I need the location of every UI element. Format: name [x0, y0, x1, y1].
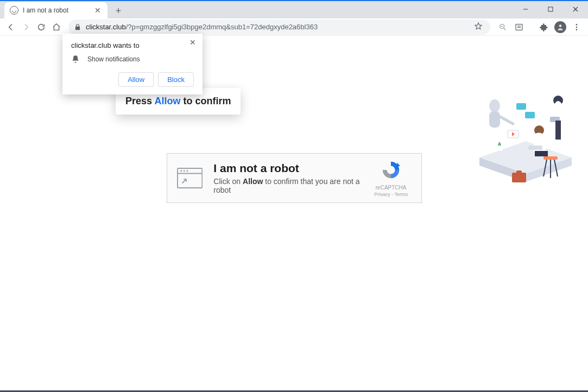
tooltip-text-post: to confirm	[180, 96, 231, 106]
reader-icon[interactable]	[511, 19, 527, 35]
reload-button[interactable]	[34, 20, 49, 35]
close-tab-icon[interactable]: ✕	[93, 6, 102, 15]
svg-line-22	[500, 117, 513, 124]
svg-rect-7	[516, 24, 522, 30]
tooltip-text-pre: Press	[125, 96, 154, 106]
svg-rect-31	[535, 151, 548, 156]
new-tab-button[interactable]: +	[111, 3, 126, 18]
close-prompt-icon[interactable]: ✕	[187, 37, 198, 48]
prompt-permission-label: Show notifications	[87, 55, 140, 63]
forward-button[interactable]	[18, 20, 34, 35]
svg-rect-25	[555, 121, 561, 140]
captcha-subtext: Click on Allow to confirm that you are n…	[213, 177, 370, 194]
recaptcha-badge: reCAPTCHA Privacy - Terms	[370, 160, 412, 197]
svg-rect-32	[528, 146, 542, 150]
fake-captcha-box: I am not a robot Click on Allow to confi…	[167, 153, 422, 203]
svg-point-11	[576, 24, 578, 26]
url-text: clickstar.club/?p=gmzggzlfgi5gi3bpge2dmm…	[86, 23, 318, 31]
address-bar[interactable]: clickstar.club/?p=gmzggzlfgi5gi3bpge2dmm…	[68, 20, 490, 35]
svg-point-12	[576, 26, 578, 28]
svg-rect-37	[497, 146, 502, 151]
window-controls	[513, 1, 588, 17]
svg-rect-21	[489, 111, 500, 128]
browser-tab[interactable]: I am not a robot ✕	[4, 2, 108, 18]
notification-permission-prompt: ✕ clickstar.club wants to Show notificat…	[62, 34, 203, 94]
menu-icon[interactable]	[568, 19, 585, 35]
allow-button[interactable]: Allow	[118, 72, 154, 87]
svg-marker-19	[396, 162, 401, 167]
svg-point-16	[180, 170, 182, 172]
tooltip-highlight: Allow	[154, 96, 180, 106]
svg-point-17	[184, 170, 185, 172]
svg-point-13	[576, 29, 578, 30]
captcha-heading: I am not a robot	[213, 162, 370, 175]
svg-point-10	[559, 24, 562, 27]
bell-icon	[71, 55, 80, 64]
svg-rect-1	[548, 7, 553, 11]
svg-point-18	[186, 170, 188, 172]
svg-rect-26	[516, 103, 526, 110]
decorative-illustration	[474, 76, 577, 195]
svg-rect-33	[543, 156, 558, 160]
back-button[interactable]	[3, 20, 18, 35]
recaptcha-links: Privacy - Terms	[370, 192, 412, 197]
window-icon	[177, 167, 203, 189]
tab-title: I am not a robot	[23, 7, 93, 14]
zoom-icon[interactable]	[495, 19, 511, 35]
svg-rect-38	[512, 173, 526, 182]
svg-rect-27	[525, 112, 535, 118]
profile-icon[interactable]	[552, 19, 568, 35]
svg-rect-39	[516, 170, 522, 174]
bookmark-star-icon[interactable]	[474, 22, 483, 33]
prompt-permission-row: Show notifications	[71, 55, 194, 64]
home-button[interactable]	[49, 20, 64, 35]
extensions-icon[interactable]	[536, 19, 552, 35]
recaptcha-icon	[381, 160, 401, 180]
recaptcha-label: reCAPTCHA	[370, 185, 412, 191]
browser-titlebar: I am not a robot ✕ +	[0, 0, 588, 18]
svg-line-5	[504, 28, 505, 30]
prompt-title: clickstar.club wants to	[71, 41, 194, 49]
globe-icon	[10, 6, 18, 15]
close-window-button[interactable]	[563, 1, 588, 17]
minimize-button[interactable]	[513, 1, 538, 17]
svg-point-20	[489, 99, 500, 112]
block-button[interactable]: Block	[158, 72, 194, 87]
maximize-button[interactable]	[538, 1, 563, 17]
lock-icon	[74, 23, 81, 31]
